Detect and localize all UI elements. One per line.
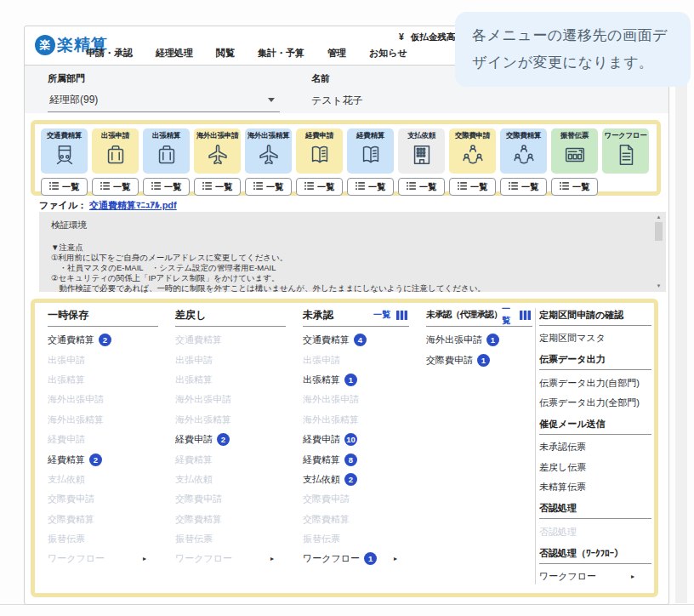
menu-item-saisoku-mail-miseisan-denpyo[interactable]: 未精算伝票	[539, 477, 651, 497]
list-button-keihi-shinsei[interactable]: 一覧	[296, 178, 343, 196]
tile-kaigai-shucchou-seisan[interactable]: 海外出張精算	[245, 128, 292, 174]
side-section-title: 否認処理（ﾜｰｸﾌﾛｰ）	[539, 546, 651, 564]
list-button-kaigai-shucchou-shinsei[interactable]: 一覧	[194, 178, 241, 196]
menu-item-teiki-kukan-teiki-kukan-master[interactable]: 定期区間マスタ	[539, 328, 651, 348]
menu-item-label: 差戻し伝票	[539, 461, 586, 474]
manual-pdf-link[interactable]: 交通費精算ﾏﾆｭｱﾙ.pdf	[89, 200, 177, 210]
menu-item-label: 経費申請	[175, 433, 213, 446]
menu-item-mishonin-furikae-denpyo: 振替伝票	[303, 529, 409, 549]
submenu-arrow-icon: ▸	[270, 555, 274, 562]
menu-item-label: 経費申請	[303, 433, 340, 446]
menu-item-label: ワークフロー	[303, 552, 360, 565]
tile-kousaihi-seisan[interactable]: 交際費精算	[500, 128, 547, 174]
submenu-arrow-icon: ▸	[631, 573, 634, 580]
building-icon	[398, 142, 445, 171]
list-button-label: 一覧	[521, 181, 538, 193]
side-menu: 定期区間申請の確認定期区間マスタ伝票データ出力伝票データ出力(自部門)伝票データ…	[539, 308, 651, 590]
menu-item-sashimodoshi-shiharai-irai: 支払依頼	[175, 470, 286, 489]
list-button-shucchou-seisan[interactable]: 一覧	[143, 178, 190, 196]
tile-kousaihi-shinsei[interactable]: 交際費申請	[449, 128, 496, 174]
menu-item-mishonin-shiharai-irai[interactable]: 支払依頼2	[303, 470, 409, 489]
scroll-down-icon[interactable]: ▼	[657, 283, 662, 289]
scrollbar-thumb[interactable]	[655, 222, 663, 241]
menu-item-mishonin-keihi-shinsei[interactable]: 経費申請10	[303, 430, 409, 449]
tile-shucchou-shinsei[interactable]: 出張申請	[92, 128, 139, 174]
menu-item-label: 出張精算	[303, 374, 340, 386]
tile-shucchou-seisan[interactable]: 出張精算	[143, 128, 190, 174]
list-icon	[253, 182, 263, 191]
menu-item-label: 交通費精算	[303, 334, 350, 346]
list-button-kousaihi-seisan[interactable]: 一覧	[500, 178, 547, 196]
list-icon	[202, 182, 212, 191]
menu-item-sashimodoshi-keihi-shinsei[interactable]: 経費申請2	[175, 430, 286, 449]
cards-view-icon[interactable]	[520, 311, 531, 320]
list-button-kousaihi-shinsei[interactable]: 一覧	[449, 178, 496, 196]
list-button-keihi-seisan[interactable]: 一覧	[347, 178, 394, 196]
list-icon	[356, 182, 365, 191]
tile-furikae-denpyo[interactable]: 振替伝票	[551, 128, 598, 174]
count-badge: 2	[217, 433, 230, 446]
menu-item-label: 海外出張申請	[303, 393, 359, 406]
menu-item-label: 交際費申請	[303, 493, 350, 505]
menu-item-mishonin-dairi-kousaihi-shinsei[interactable]: 交際費申請1	[426, 350, 532, 369]
menu-column-mishonin-dairi: 未承認（代理承認）一覧海外出張申請1交際費申請1	[426, 308, 532, 370]
submenu-arrow-icon: ▸	[394, 555, 397, 562]
list-icon	[49, 182, 59, 191]
column-header: 未承認一覧	[303, 308, 409, 327]
notice-line: ②セキュリティの関係上「IPアドレス制限」をかけています。	[51, 273, 644, 283]
menu-item-denpyo-data-denpyo-data-jibumon[interactable]: 伝票データ出力(自部門)	[539, 373, 651, 392]
advance-balance[interactable]: ¥ 仮払金残高	[399, 31, 455, 43]
menu-item-ichiji-hozon-keihi-shinsei: 経費申請	[48, 430, 158, 449]
tile-label: 海外出張申請	[194, 131, 241, 141]
menu-item-mishonin-dairi-kaigai-shucchou-shinsei[interactable]: 海外出張申請1	[426, 330, 532, 350]
open-book-icon	[347, 142, 394, 171]
tile-label: 出張精算	[143, 131, 190, 141]
list-link-mishonin[interactable]: 一覧	[373, 309, 390, 321]
menu-item-ichiji-hozon-kotsuhi-seisan[interactable]: 交通費精算2	[48, 330, 158, 350]
tile-kotsuhi-seisan[interactable]: 交通費精算	[41, 128, 88, 174]
notice-scrollbar[interactable]: ▲ ▼	[654, 214, 663, 289]
menu-item-ichiji-hozon-keihi-seisan[interactable]: 経費精算2	[48, 449, 158, 469]
menu-item-label: 振替伝票	[303, 533, 340, 545]
vertical-divider	[535, 308, 536, 585]
menu-item-label: 出張申請	[303, 354, 340, 367]
menu-item-saisoku-mail-mishonin-denpyo[interactable]: 未承認伝票	[539, 437, 651, 457]
page-scrollbar[interactable]	[675, 26, 687, 603]
department-select[interactable]: 経理部(99)	[48, 93, 280, 112]
menu-item-sashimodoshi-furikae-denpyo: 振替伝票	[175, 529, 286, 549]
menu-item-label: ワークフロー	[539, 570, 596, 583]
open-book-icon	[296, 142, 343, 171]
list-link-mishonin-dairi[interactable]: 一覧	[502, 303, 514, 327]
tile-keihi-shinsei[interactable]: 経費申請	[296, 128, 343, 174]
tile-workflow[interactable]: ワークフロー	[602, 128, 649, 174]
menu-item-label: 未精算伝票	[539, 481, 586, 493]
menu-item-hinin-workflow-hinin-workflow-item[interactable]: ワークフロー▸	[539, 567, 651, 586]
menu-item-saisoku-mail-sashimodoshi-denpyo[interactable]: 差戻し伝票	[539, 458, 651, 477]
menu-item-mishonin-kotsuhi-seisan[interactable]: 交通費精算4	[303, 330, 409, 350]
list-button-furikae-denpyo[interactable]: 一覧	[551, 178, 598, 196]
advance-balance-label: 仮払金残高	[411, 31, 456, 43]
menu-item-mishonin-shucchou-seisan[interactable]: 出張精算1	[303, 370, 409, 390]
list-button-kaigai-shucchou-seisan[interactable]: 一覧	[245, 178, 292, 196]
menu-item-denpyo-data-denpyo-data-zenbumon[interactable]: 伝票データ出力(全部門)	[539, 393, 651, 413]
menu-item-label: 出張精算	[175, 374, 213, 386]
tile-label: 振替伝票	[551, 131, 598, 141]
name-label: 名前	[311, 72, 363, 85]
count-badge: 4	[354, 334, 367, 346]
cards-view-icon[interactable]	[396, 311, 407, 320]
department-field: 所属部門 経理部(99)	[48, 72, 311, 113]
menu-item-mishonin-workflow[interactable]: ワークフロー1▸	[303, 549, 409, 568]
list-button-shucchou-shinsei[interactable]: 一覧	[92, 178, 139, 196]
tile-keihi-seisan[interactable]: 経費精算	[347, 128, 394, 174]
notice-title: 検証環境	[51, 220, 644, 231]
menu-item-label: 出張精算	[48, 374, 85, 386]
scroll-up-icon[interactable]: ▲	[657, 214, 662, 220]
airplane-icon	[194, 142, 241, 171]
list-button-kotsuhi-seisan[interactable]: 一覧	[41, 178, 88, 196]
tile-shiharai-irai[interactable]: 支払依頼	[398, 128, 445, 174]
suitcase-icon	[143, 142, 190, 171]
voucher-icon	[551, 142, 598, 171]
menu-item-mishonin-keihi-seisan[interactable]: 経費精算8	[303, 449, 409, 469]
list-button-shiharai-irai[interactable]: 一覧	[398, 178, 445, 196]
tile-kaigai-shucchou-shinsei[interactable]: 海外出張申請	[194, 128, 241, 174]
